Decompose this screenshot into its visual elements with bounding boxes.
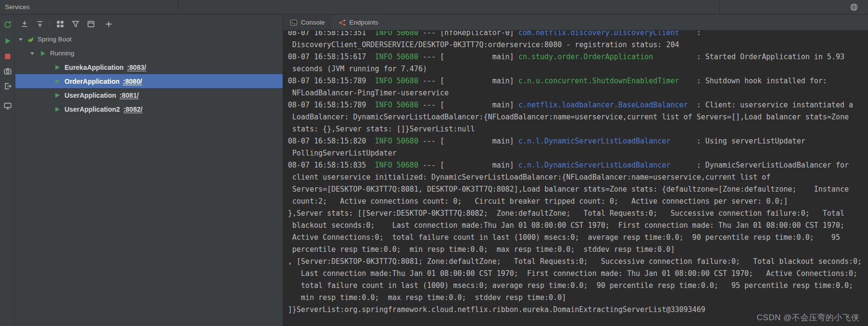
- log-logger-name: c.n.l.DynamicServerListLoadBalancer: [518, 137, 671, 145]
- tab-console[interactable]: Console: [283, 15, 332, 30]
- spring-boot-icon: [27, 36, 35, 43]
- log-text: stats: {},Server stats: []}ServerList:nu…: [288, 125, 475, 133]
- console-log-line: LoadBalancer: DynamicServerListLoadBalan…: [288, 111, 868, 123]
- console-icon: [290, 19, 298, 26]
- console-log-line: 08-07 16:58:15:835 INFO 50680 --- [ main…: [288, 159, 868, 171]
- console-log-line: , [Server:DESKTOP-0K3TT7Q:8081; Zone:def…: [288, 256, 868, 268]
- tree-item-label: UserApplication2: [65, 105, 120, 113]
- log-text: : Started OrderApplication in 5.93: [653, 52, 844, 61]
- run-icon[interactable]: [3, 37, 12, 45]
- services-panel: Spring BootRunningEurekaApplication:8083…: [15, 15, 283, 326]
- log-highlight-green: INFO 50680: [375, 31, 418, 37]
- chevron-down-icon[interactable]: [29, 50, 36, 57]
- camera-icon[interactable]: [3, 67, 12, 76]
- titlebar-separator: [178, 0, 179, 14]
- endpoints-icon: [338, 19, 346, 26]
- exit-icon[interactable]: [3, 82, 12, 91]
- log-highlight-green: c.n.u.concurrent.ShutdownEnabledTimer: [518, 77, 679, 85]
- log-text: blackout seconds:0; Last connection made…: [288, 221, 844, 230]
- service-port-link[interactable]: :8083/: [127, 64, 146, 71]
- group-by-icon[interactable]: [56, 20, 65, 28]
- play-icon: [53, 64, 61, 71]
- log-text: 08-07 16:58:15:835: [288, 161, 375, 170]
- console-log-line: ]}ServerList:org.springframework.cloud.n…: [288, 304, 868, 316]
- console-log: 08-07 16:58:15:351 INFO 50680 --- [nfoRe…: [283, 31, 868, 316]
- log-text: client userservice initialized: DynamicS…: [288, 173, 770, 182]
- console-log-line: blackout seconds:0; Last connection made…: [288, 220, 868, 232]
- tab-endpoints[interactable]: Endpoints: [332, 15, 385, 30]
- log-text: : Shutdown hook installed for:: [679, 77, 827, 85]
- log-text: , [Server:DESKTOP-0K3TT7Q:8081; Zone:def…: [288, 257, 862, 266]
- log-text: --- [ main]: [418, 137, 518, 145]
- console-log-line: percentile resp time:0.0; min resp time:…: [288, 244, 868, 256]
- log-text: : Using serverListUpdater: [671, 137, 805, 145]
- console-log-line: 08-07 16:58:15:789 INFO 50680 --- [ main…: [288, 99, 868, 111]
- service-item-eurekaapplication[interactable]: EurekaApplication:8083/: [15, 60, 283, 74]
- stop-icon[interactable]: [3, 52, 12, 61]
- tool-window-title: Services: [5, 3, 30, 11]
- log-text: PollingServerListUpdater: [288, 149, 397, 157]
- expand-all-icon[interactable]: [20, 20, 29, 28]
- log-text: 08-07 16:58:15:789: [288, 77, 375, 85]
- log-text: seconds (JVM running for 7.476): [288, 65, 427, 73]
- log-highlight-green: cn.study.order.OrderApplication: [518, 52, 653, 61]
- chevron-down-icon[interactable]: [17, 36, 24, 43]
- log-text: --- [ main]: [418, 101, 518, 109]
- log-text: --- [ main]: [418, 77, 518, 85]
- log-text: 08-07 16:58:15:789: [288, 101, 375, 109]
- log-highlight-green: INFO 50680: [375, 161, 418, 170]
- globe-icon[interactable]: [850, 3, 858, 12]
- tree-item-label: Running: [50, 50, 74, 57]
- tab-label: Endpoints: [350, 19, 378, 26]
- tree-node-running[interactable]: Running: [15, 46, 283, 60]
- log-text: --- [nfoReplicator-0]: [418, 31, 518, 37]
- log-text: ]}ServerList:org.springframework.cloud.n…: [288, 305, 705, 314]
- log-highlight-green: INFO 50680: [375, 52, 418, 61]
- log-text: NFLoadBalancer-PingTimer-userservice: [288, 89, 449, 97]
- log-logger-name: c.netflix.loadbalancer.BaseLoadBalancer: [518, 101, 688, 109]
- rerun-icon[interactable]: [3, 20, 12, 29]
- play-icon: [53, 91, 61, 99]
- filter-icon[interactable]: [71, 20, 80, 28]
- add-icon[interactable]: [104, 20, 113, 28]
- play-icon: [53, 78, 61, 85]
- console-log-line: 08-07 16:58:15:351 INFO 50680 --- [nfoRe…: [288, 31, 868, 39]
- log-text: : Client: userservice instantiated a: [688, 101, 853, 109]
- tree-node-spring-boot[interactable]: Spring Boot: [15, 32, 283, 46]
- tab-label: Console: [301, 19, 325, 26]
- console-log-line: Active Connections:0; total failure coun…: [288, 232, 868, 244]
- log-text: 08-07 16:58:15:351: [288, 31, 375, 37]
- frame-icon[interactable]: [87, 20, 95, 28]
- collapse-all-icon[interactable]: [36, 20, 44, 28]
- log-text: min resp time:0.0; max resp time:0.0; st…: [288, 293, 566, 302]
- tree-item-label: OrderApplication: [65, 78, 119, 85]
- tree-item-label: EurekaApplication: [65, 64, 124, 71]
- monitor-icon[interactable]: [3, 102, 12, 110]
- console-log-line: min resp time:0.0; max resp time:0.0; st…: [288, 292, 868, 304]
- console-log-line: 08-07 16:58:15:789 INFO 50680 --- [ main…: [288, 75, 868, 87]
- service-port-link[interactable]: :8080/: [123, 78, 142, 85]
- service-port-link[interactable]: :8082/: [123, 105, 143, 113]
- services-toolbar: [15, 15, 283, 32]
- console-tab-bar: ConsoleEndpoints: [283, 15, 868, 30]
- console-log-line: },Server stats: [[Server:DESKTOP-0K3TT7Q…: [288, 208, 868, 220]
- log-highlight-green: INFO 50680: [375, 137, 418, 145]
- service-item-userapplication[interactable]: UserApplication:8081/: [15, 88, 283, 102]
- console-log-line: count:2; Active connections count: 0; Ci…: [288, 196, 868, 208]
- console-panel: ConsoleEndpoints 08-07 16:58:15:351 INFO…: [283, 15, 868, 326]
- service-port-link[interactable]: :8081/: [119, 91, 139, 99]
- tree-item-label: UserApplication: [65, 91, 116, 99]
- log-text: : DynamicServerListLoadBalancer for: [671, 161, 849, 170]
- log-text: count:2; Active connections count: 0; Ci…: [288, 197, 788, 206]
- service-item-userapplication2[interactable]: UserApplication2:8082/: [15, 102, 283, 116]
- console-output[interactable]: 08-07 16:58:15:351 INFO 50680 --- [nfoRe…: [283, 31, 868, 326]
- log-text: Servers=[DESKTOP-0K3TT7Q:8081, DESKTOP-0…: [288, 185, 849, 194]
- log-text: },Server stats: [[Server:DESKTOP-0K3TT7Q…: [288, 209, 844, 218]
- log-highlight-green: INFO 50680: [375, 77, 418, 85]
- titlebar-separator: [719, 0, 720, 14]
- console-log-line: client userservice initialized: DynamicS…: [288, 171, 868, 183]
- toolbar-separator: [49, 20, 50, 28]
- log-logger-name: c.n.l.DynamicServerListLoadBalancer: [518, 161, 671, 170]
- service-item-orderapplication[interactable]: OrderApplication:8080/: [15, 74, 283, 88]
- log-text: :: [679, 31, 701, 37]
